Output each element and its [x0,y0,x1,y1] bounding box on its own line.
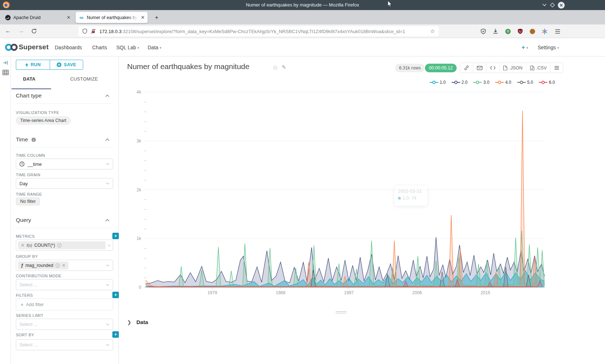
viz-type-pill[interactable]: Time-series Area Chart [16,117,71,124]
tab-customize[interactable]: CUSTOMIZE [70,77,98,82]
groupby-column: mag_rounded [26,263,53,268]
reload-button[interactable] [31,28,37,34]
legend-marker-icon [473,81,482,84]
export-csv-button[interactable]: .CSV [526,63,551,73]
tracking-shield-icon[interactable] [82,28,88,34]
fx-prefix: f(x) [27,243,32,247]
browser-tab-superset-active[interactable]: ∞ Numer of earthquakes by magnitude ✕ [76,12,148,23]
legend-marker-icon [430,81,438,84]
metric-control[interactable]: ✕ f(x) COUNT(*) ? › [16,240,113,251]
window-close-button[interactable] [557,1,565,9]
embed-code-button[interactable] [487,63,499,73]
more-options-button[interactable] [551,63,563,73]
copy-link-button[interactable] [460,63,473,73]
add-metric-button[interactable]: + [112,233,119,239]
legend-item[interactable]: 6.0 [539,80,555,85]
caret-right-icon[interactable]: › [108,242,110,248]
edit-pencil-icon[interactable]: ✎ [282,64,286,70]
metric-chip[interactable]: ✕ f(x) COUNT(*) ? [18,241,106,249]
nav-dashboards[interactable]: Dashboards [55,45,82,50]
window-restore-button[interactable] [549,1,556,9]
caret-down-icon: ▾ [526,46,528,50]
new-tab-button[interactable]: + [155,14,158,21]
insecure-lock-icon[interactable] [90,28,96,34]
groupby-select[interactable]: ƒ mag_rounded ? ✕ [16,260,113,271]
pocket-shield-icon[interactable] [480,28,487,35]
contribution-select[interactable]: Select ... [16,279,113,290]
time-grain-select[interactable]: Day [16,178,113,189]
run-button[interactable]: RUN [16,60,50,70]
caret-down-icon [106,344,109,346]
time-range-pill[interactable]: No filter [16,197,40,205]
legend-item[interactable]: 1.0 [430,80,446,85]
nav-charts[interactable]: Charts [92,45,107,50]
remove-icon[interactable]: ✕ [62,263,66,268]
chevron-up-icon[interactable] [105,95,109,97]
tab-data[interactable]: DATA [23,77,35,82]
svg-text:?: ? [59,244,60,247]
save-button[interactable]: SAVE [50,60,83,70]
chart-legend: 1.02.03.04.05.06.0 [430,80,555,85]
export-json-button[interactable]: .JSON [499,63,526,73]
groupby-chip[interactable]: ƒ mag_rounded ? ✕ [18,261,68,269]
time-grain-label: TIME GRAIN [16,173,40,177]
back-button[interactable]: ← [5,27,11,35]
superset-brand[interactable]: Superset [19,43,49,51]
extension-green-icon[interactable] [504,28,511,35]
tab-close-icon[interactable]: ✕ [141,15,145,20]
browser-tab-druid[interactable]: Apache Druid ✕ [2,12,73,23]
rows-count-badge: 6.31k rows [395,64,425,72]
dataset-grid-icon[interactable] [3,70,9,75]
section-query[interactable]: Query [16,217,31,223]
clock-icon [19,161,24,167]
new-chart-button[interactable]: +▾ [521,44,528,51]
add-sort-button[interactable]: + [112,331,119,338]
bookmark-star-icon[interactable]: ☆ [430,28,435,35]
chevron-up-icon[interactable] [105,219,109,222]
expand-datasource-icon[interactable] [3,60,8,65]
svg-text:2006: 2006 [412,290,422,295]
add-filter-box[interactable]: + Add filter [16,299,113,310]
series-dot-icon [398,197,401,200]
legend-label: 3.0 [483,80,489,85]
add-filter-plus-button[interactable]: + [112,292,119,298]
downloads-icon[interactable] [492,28,499,35]
chevron-up-icon[interactable] [105,138,109,141]
legend-item[interactable]: 3.0 [473,80,489,85]
section-time[interactable]: Time i [16,136,36,143]
data-section-header[interactable]: ❯ Data [127,319,148,325]
email-button[interactable] [473,63,487,73]
series-limit-select[interactable]: Select ... [16,319,113,330]
nav-settings[interactable]: Settings▾ [538,45,559,50]
section-chart-type[interactable]: Chart type [16,92,42,99]
timeseries-area-chart[interactable]: 01k2k3k4k19791988199720062015 [122,88,560,302]
caret-down-icon: ▾ [160,46,162,50]
extension-flake-icon[interactable] [541,28,548,35]
legend-item[interactable]: 2.0 [452,80,468,85]
druid-favicon-icon [5,15,11,21]
tab-close-icon[interactable]: ✕ [67,15,71,20]
forward-button[interactable]: → [18,27,24,35]
window-minimize-button[interactable] [541,1,548,9]
nav-sql-lab[interactable]: SQL Lab▾ [116,45,139,50]
remove-icon[interactable]: ✕ [21,243,24,248]
ublock-icon[interactable] [516,28,524,35]
time-column-select[interactable]: __time [16,159,113,169]
time-column-label: TIME COLUMN [16,153,45,158]
nav-data[interactable]: Data▾ [148,45,161,50]
tab-title: Apache Druid [13,15,64,20]
superset-logo-icon [5,43,18,52]
sort-by-select[interactable]: Select ... [16,339,113,350]
cookie-extension-icon[interactable] [529,28,536,35]
resize-drag-handle[interactable] [336,311,346,315]
menu-hamburger-icon[interactable] [554,28,561,35]
legend-marker-icon [539,81,547,84]
legend-marker-icon [517,81,526,84]
url-bar[interactable]: 172.18.0.3:32108/superset/explore/?form_… [79,26,439,36]
favorite-star-icon[interactable]: ☆ [272,64,278,72]
caret-down-icon [106,264,109,267]
legend-item[interactable]: 5.0 [517,80,533,85]
question-circle-icon: ? [57,243,62,247]
superset-favicon-icon: ∞ [79,15,84,21]
legend-item[interactable]: 4.0 [495,80,511,85]
